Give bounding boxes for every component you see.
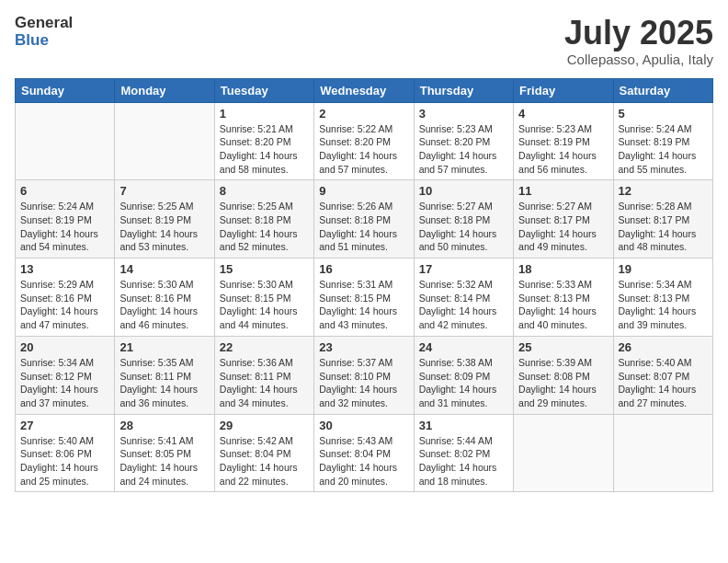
cell-info: Sunrise: 5:22 AMSunset: 8:20 PMDaylight:…	[319, 122, 408, 177]
day-number: 17	[419, 262, 508, 276]
day-number: 27	[20, 419, 109, 432]
calendar-week-row: 20Sunrise: 5:34 AMSunset: 8:12 PMDayligh…	[16, 336, 713, 414]
calendar-cell: 3Sunrise: 5:23 AMSunset: 8:20 PMDaylight…	[414, 102, 513, 180]
calendar-day-header: Sunday	[16, 78, 115, 102]
month-title: July 2025	[564, 15, 713, 52]
cell-info: Sunrise: 5:37 AMSunset: 8:10 PMDaylight:…	[319, 356, 408, 410]
calendar-week-row: 27Sunrise: 5:40 AMSunset: 8:06 PMDayligh…	[16, 414, 713, 492]
day-number: 15	[220, 262, 309, 276]
calendar-cell: 21Sunrise: 5:35 AMSunset: 8:11 PMDayligh…	[115, 336, 214, 414]
calendar-cell: 14Sunrise: 5:30 AMSunset: 8:16 PMDayligh…	[115, 259, 214, 337]
day-number: 11	[518, 184, 608, 198]
calendar-cell: 26Sunrise: 5:40 AMSunset: 8:07 PMDayligh…	[613, 336, 712, 414]
cell-info: Sunrise: 5:30 AMSunset: 8:16 PMDaylight:…	[119, 278, 209, 332]
day-number: 10	[419, 184, 508, 198]
calendar-cell	[115, 102, 214, 180]
calendar-week-row: 1Sunrise: 5:21 AMSunset: 8:20 PMDaylight…	[16, 102, 713, 180]
cell-info: Sunrise: 5:27 AMSunset: 8:18 PMDaylight:…	[419, 200, 508, 254]
cell-info: Sunrise: 5:42 AMSunset: 8:04 PMDaylight:…	[220, 434, 309, 488]
page-header: General Blue July 2025 Collepasso, Apuli…	[15, 15, 713, 67]
calendar-cell: 6Sunrise: 5:24 AMSunset: 8:19 PMDaylight…	[16, 180, 115, 259]
calendar-day-header: Wednesday	[314, 78, 414, 102]
calendar-header-row: SundayMondayTuesdayWednesdayThursdayFrid…	[16, 78, 713, 102]
calendar-cell	[514, 414, 613, 492]
cell-info: Sunrise: 5:26 AMSunset: 8:18 PMDaylight:…	[319, 200, 408, 254]
day-number: 30	[319, 419, 408, 432]
calendar-cell	[613, 414, 712, 492]
cell-info: Sunrise: 5:35 AMSunset: 8:11 PMDaylight:…	[119, 356, 209, 410]
location-title: Collepasso, Apulia, Italy	[564, 52, 713, 67]
day-number: 2	[319, 107, 408, 121]
calendar-cell: 8Sunrise: 5:25 AMSunset: 8:18 PMDaylight…	[214, 180, 313, 259]
day-number: 6	[20, 184, 109, 198]
calendar-day-header: Friday	[514, 78, 613, 102]
day-number: 12	[619, 184, 708, 198]
cell-info: Sunrise: 5:34 AMSunset: 8:13 PMDaylight:…	[619, 278, 708, 332]
calendar-cell: 2Sunrise: 5:22 AMSunset: 8:20 PMDaylight…	[314, 102, 414, 180]
calendar-cell: 11Sunrise: 5:27 AMSunset: 8:17 PMDayligh…	[514, 180, 613, 259]
day-number: 22	[220, 340, 309, 354]
cell-info: Sunrise: 5:34 AMSunset: 8:12 PMDaylight:…	[20, 356, 109, 410]
cell-info: Sunrise: 5:41 AMSunset: 8:05 PMDaylight:…	[119, 434, 209, 488]
day-number: 20	[20, 340, 109, 354]
calendar-cell: 23Sunrise: 5:37 AMSunset: 8:10 PMDayligh…	[314, 336, 414, 414]
calendar-cell: 19Sunrise: 5:34 AMSunset: 8:13 PMDayligh…	[613, 259, 712, 337]
day-number: 3	[419, 107, 508, 121]
calendar-cell: 5Sunrise: 5:24 AMSunset: 8:19 PMDaylight…	[613, 102, 712, 180]
day-number: 26	[619, 340, 708, 354]
cell-info: Sunrise: 5:27 AMSunset: 8:17 PMDaylight:…	[518, 200, 608, 254]
calendar-cell: 22Sunrise: 5:36 AMSunset: 8:11 PMDayligh…	[214, 336, 313, 414]
title-block: July 2025 Collepasso, Apulia, Italy	[564, 15, 713, 67]
day-number: 19	[619, 262, 708, 276]
cell-info: Sunrise: 5:36 AMSunset: 8:11 PMDaylight:…	[220, 356, 309, 410]
cell-info: Sunrise: 5:33 AMSunset: 8:13 PMDaylight:…	[518, 278, 608, 332]
cell-info: Sunrise: 5:39 AMSunset: 8:08 PMDaylight:…	[518, 356, 608, 410]
day-number: 13	[20, 262, 109, 276]
logo-general-text: General	[15, 15, 73, 32]
day-number: 5	[619, 107, 708, 121]
cell-info: Sunrise: 5:28 AMSunset: 8:17 PMDaylight:…	[619, 200, 708, 254]
calendar-cell: 9Sunrise: 5:26 AMSunset: 8:18 PMDaylight…	[314, 180, 414, 259]
calendar-cell: 16Sunrise: 5:31 AMSunset: 8:15 PMDayligh…	[314, 259, 414, 337]
day-number: 28	[119, 419, 209, 432]
cell-info: Sunrise: 5:32 AMSunset: 8:14 PMDaylight:…	[419, 278, 508, 332]
cell-info: Sunrise: 5:24 AMSunset: 8:19 PMDaylight:…	[619, 122, 708, 177]
day-number: 23	[319, 340, 408, 354]
logo-blue-text: Blue	[15, 32, 49, 50]
calendar-cell: 28Sunrise: 5:41 AMSunset: 8:05 PMDayligh…	[115, 414, 214, 492]
calendar-day-header: Saturday	[613, 78, 712, 102]
calendar-cell: 18Sunrise: 5:33 AMSunset: 8:13 PMDayligh…	[514, 259, 613, 337]
day-number: 14	[119, 262, 209, 276]
day-number: 31	[419, 419, 508, 432]
day-number: 16	[319, 262, 408, 276]
day-number: 7	[119, 184, 209, 198]
cell-info: Sunrise: 5:40 AMSunset: 8:06 PMDaylight:…	[20, 434, 109, 488]
calendar-cell: 20Sunrise: 5:34 AMSunset: 8:12 PMDayligh…	[16, 336, 115, 414]
calendar-cell: 7Sunrise: 5:25 AMSunset: 8:19 PMDaylight…	[115, 180, 214, 259]
cell-info: Sunrise: 5:25 AMSunset: 8:19 PMDaylight:…	[119, 200, 209, 254]
calendar-cell	[16, 102, 115, 180]
calendar-cell: 25Sunrise: 5:39 AMSunset: 8:08 PMDayligh…	[514, 336, 613, 414]
day-number: 21	[119, 340, 209, 354]
calendar-day-header: Monday	[115, 78, 214, 102]
cell-info: Sunrise: 5:38 AMSunset: 8:09 PMDaylight:…	[419, 356, 508, 410]
calendar-day-header: Thursday	[414, 78, 513, 102]
cell-info: Sunrise: 5:30 AMSunset: 8:15 PMDaylight:…	[220, 278, 309, 332]
day-number: 8	[220, 184, 309, 198]
day-number: 29	[220, 419, 309, 432]
cell-info: Sunrise: 5:44 AMSunset: 8:02 PMDaylight:…	[419, 434, 508, 488]
calendar-cell: 4Sunrise: 5:23 AMSunset: 8:19 PMDaylight…	[514, 102, 613, 180]
day-number: 25	[518, 340, 608, 354]
calendar-week-row: 6Sunrise: 5:24 AMSunset: 8:19 PMDaylight…	[16, 180, 713, 259]
calendar-cell: 10Sunrise: 5:27 AMSunset: 8:18 PMDayligh…	[414, 180, 513, 259]
cell-info: Sunrise: 5:23 AMSunset: 8:20 PMDaylight:…	[419, 122, 508, 177]
calendar-cell: 1Sunrise: 5:21 AMSunset: 8:20 PMDaylight…	[214, 102, 313, 180]
cell-info: Sunrise: 5:21 AMSunset: 8:20 PMDaylight:…	[220, 122, 309, 177]
day-number: 9	[319, 184, 408, 198]
cell-info: Sunrise: 5:24 AMSunset: 8:19 PMDaylight:…	[20, 200, 109, 254]
cell-info: Sunrise: 5:43 AMSunset: 8:04 PMDaylight:…	[319, 434, 408, 488]
cell-info: Sunrise: 5:40 AMSunset: 8:07 PMDaylight:…	[619, 356, 708, 410]
cell-info: Sunrise: 5:29 AMSunset: 8:16 PMDaylight:…	[20, 278, 109, 332]
calendar-cell: 17Sunrise: 5:32 AMSunset: 8:14 PMDayligh…	[414, 259, 513, 337]
calendar-cell: 15Sunrise: 5:30 AMSunset: 8:15 PMDayligh…	[214, 259, 313, 337]
